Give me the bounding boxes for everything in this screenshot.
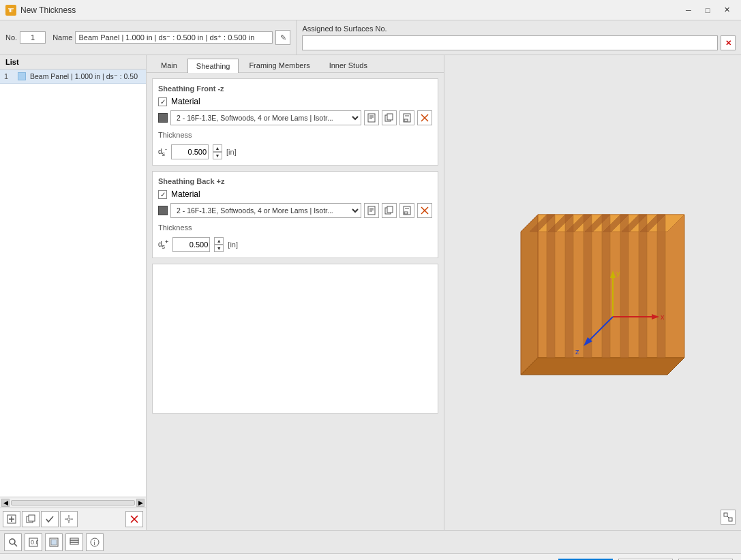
list-item[interactable]: 1 Beam Panel | 1.000 in | ds⁻ : 0.50	[0, 69, 146, 84]
back-ds-up[interactable]: ▲	[214, 237, 224, 245]
scroll-right-btn[interactable]: ▶	[136, 499, 145, 507]
back-material-checkbox[interactable]: ✓	[158, 190, 167, 199]
tab-sheathing[interactable]: Sheathing	[187, 59, 239, 73]
front-ds-up[interactable]: ▲	[213, 144, 222, 152]
front-thickness-label: Thickness	[158, 131, 192, 139]
header-row: No. Name ✎ Assigned to Surfaces No. ✕	[0, 20, 741, 55]
app-icon	[5, 5, 16, 16]
no-field-group: No.	[5, 31, 46, 44]
svg-rect-1	[9, 9, 10, 12]
back-ds-label: ds+	[158, 238, 168, 250]
back-material-copy-btn[interactable]	[382, 203, 397, 218]
toolbar-search-btn[interactable]	[4, 533, 22, 551]
front-material-checkbox[interactable]: ✓	[158, 97, 167, 106]
back-material-clear-btn[interactable]	[417, 203, 432, 218]
toolbar-info-btn[interactable]: i	[86, 533, 104, 551]
front-ds-unit: [in]	[226, 148, 237, 156]
svg-marker-46	[602, 215, 610, 358]
svg-rect-12	[71, 519, 73, 520]
svg-marker-41	[521, 215, 538, 375]
tab-main[interactable]: Main	[152, 58, 186, 72]
assigned-input[interactable]	[302, 35, 718, 50]
dialog-layout: No. Name ✎ Assigned to Surfaces No. ✕ Li…	[0, 20, 741, 560]
minimize-button[interactable]: ─	[680, 3, 697, 17]
svg-marker-44	[565, 215, 573, 358]
front-ds-down[interactable]: ▼	[213, 152, 222, 159]
assigned-section: Assigned to Surfaces No. ✕	[297, 20, 741, 55]
back-thickness-row: Thickness	[158, 223, 432, 232]
list-content: 1 Beam Panel | 1.000 in | ds⁻ : 0.50	[0, 69, 146, 497]
back-thickness-label: Thickness	[158, 223, 192, 232]
edit-name-button[interactable]: ✎	[275, 30, 290, 45]
toolbar-view-btn[interactable]	[45, 533, 63, 551]
front-ds-input[interactable]	[171, 144, 209, 159]
svg-rect-67	[729, 518, 732, 521]
tab-framing[interactable]: Framing Members	[240, 58, 318, 72]
svg-rect-28	[368, 206, 375, 215]
sheathing-front-title: Sheathing Front -z	[158, 84, 432, 93]
svg-text:z: z	[575, 347, 579, 356]
close-button[interactable]: ✕	[718, 3, 736, 17]
front-material-color	[158, 113, 168, 123]
check-item-button[interactable]	[41, 511, 59, 527]
back-ds-unit: [in]	[228, 240, 238, 249]
new-item-button[interactable]	[3, 511, 20, 527]
front-material-row: 2 - 16F-1.3E, Softwoods, 4 or More Lams …	[158, 110, 432, 125]
svg-text:i: i	[94, 540, 95, 546]
svg-point-69	[10, 539, 15, 544]
assigned-label: Assigned to Surfaces No.	[302, 25, 736, 33]
tab-inner[interactable]: Inner Studs	[320, 58, 376, 72]
back-material-select[interactable]: 2 - 16F-1.3E, Softwoods, 4 or More Lams …	[170, 203, 361, 218]
form-panel: Main Sheathing Framing Members Inner Stu…	[147, 55, 444, 530]
svg-rect-14	[69, 521, 70, 523]
front-material-select[interactable]: 2 - 16F-1.3E, Softwoods, 4 or More Lams …	[170, 110, 361, 125]
list-item-icon	[18, 72, 26, 80]
preview-canvas: y x z	[444, 55, 742, 530]
list-item-text: Beam Panel | 1.000 in | ds⁻ : 0.50	[30, 72, 138, 80]
svg-rect-74	[51, 540, 57, 545]
svg-marker-42	[521, 358, 684, 375]
name-input[interactable]	[75, 31, 273, 44]
back-ds-down[interactable]: ▼	[214, 245, 224, 252]
tabs-row: Main Sheathing Framing Members Inner Stu…	[147, 55, 444, 73]
toolbar-table-btn[interactable]	[65, 533, 83, 551]
list-header: List	[0, 55, 146, 69]
copy-item-button[interactable]	[22, 511, 40, 527]
svg-rect-25	[404, 119, 408, 121]
svg-rect-11	[65, 519, 67, 520]
back-material-row: 2 - 16F-1.3E, Softwoods, 4 or More Lams …	[158, 203, 432, 218]
front-ds-label: ds-	[158, 146, 167, 157]
assigned-clear-button[interactable]: ✕	[721, 35, 736, 50]
back-material-checkbox-row: ✓ Material	[158, 189, 432, 199]
back-material-label: Material	[171, 189, 200, 199]
front-material-edit-btn[interactable]	[399, 110, 414, 125]
back-material-book-btn[interactable]	[364, 203, 379, 218]
svg-marker-45	[584, 215, 592, 358]
preview-expand-button[interactable]	[721, 510, 736, 525]
front-material-clear-btn[interactable]	[417, 110, 432, 125]
sheathing-front-section: Sheathing Front -z ✓ Material 2 - 16F-1.…	[152, 78, 438, 166]
no-input[interactable]	[20, 31, 46, 44]
scroll-left-btn[interactable]: ◀	[1, 499, 10, 507]
settings-button[interactable]	[60, 511, 78, 527]
window-title: New Thickness	[20, 5, 76, 15]
window-controls: ─ □ ✕	[680, 3, 736, 17]
svg-rect-13	[69, 515, 70, 517]
list-scrollbar-area[interactable]: ◀ ▶	[0, 497, 146, 508]
toolbar-numbering-btn[interactable]: 0.0	[25, 533, 42, 551]
list-panel: List 1 Beam Panel | 1.000 in | ds⁻ : 0.5…	[0, 55, 147, 530]
svg-line-68	[727, 516, 729, 518]
delete-item-button[interactable]	[125, 511, 143, 527]
back-material-edit-btn[interactable]	[399, 203, 414, 218]
bottom-toolbar: 0.0 i	[0, 530, 741, 553]
front-thickness-row: Thickness	[158, 131, 432, 139]
back-ds-input[interactable]	[172, 237, 210, 252]
front-thickness-value-row: ds- ▲ ▼ [in]	[158, 144, 432, 159]
svg-rect-2	[10, 9, 11, 12]
front-material-book-btn[interactable]	[364, 110, 379, 125]
svg-rect-77	[70, 542, 78, 544]
no-label: No.	[5, 33, 17, 42]
front-material-copy-btn[interactable]	[382, 110, 397, 125]
maximize-button[interactable]: □	[699, 3, 716, 17]
list-scrollbar[interactable]	[11, 500, 135, 505]
